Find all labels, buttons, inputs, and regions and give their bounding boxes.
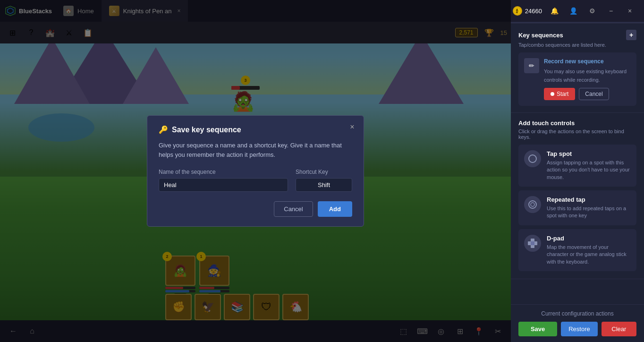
coin-display: ₿ 24660 <box>513 6 542 16</box>
key-sequences-description: Tap/combo sequences are listed here. <box>518 42 636 48</box>
dialog-overlay: × 🔑 Save key sequence Give your sequence… <box>0 0 511 342</box>
name-field-group: Name of the sequence <box>159 169 288 192</box>
right-panel: Advanced game controls × Key sequences +… <box>511 0 644 342</box>
dialog-close-button[interactable]: × <box>347 121 358 133</box>
save-key-sequence-dialog: × 🔑 Save key sequence Give your sequence… <box>147 115 364 227</box>
start-label: Start <box>557 91 568 97</box>
svg-rect-10 <box>531 241 534 245</box>
record-sequence-card: ✏ Record new sequence You may also use e… <box>518 52 636 106</box>
dpad-info: D-pad Map the movement of your character… <box>547 235 631 265</box>
dialog-title-text: Save key sequence <box>172 126 241 134</box>
pencil-icon: ✏ <box>529 62 534 69</box>
dialog-title-area: 🔑 Save key sequence <box>159 125 352 134</box>
record-link-text[interactable]: Record new sequence <box>544 58 631 65</box>
shortcut-field-group: Shortcut Key <box>296 169 352 192</box>
dpad-svg <box>527 238 538 249</box>
profile-icon[interactable]: 👤 <box>567 4 580 17</box>
dialog-add-button[interactable]: Add <box>318 201 352 217</box>
panel-scroll-area[interactable]: Key sequences + Tap/combo sequences are … <box>511 23 644 304</box>
record-icon: ✏ <box>524 58 539 73</box>
dialog-description: Give your sequence a name and a shortcut… <box>159 141 352 159</box>
record-text-area: Record new sequence You may also use exi… <box>544 58 631 100</box>
coin-amount: 24660 <box>525 8 542 15</box>
tap-spot-description: Assign tapping on a spot with this actio… <box>547 159 631 181</box>
tap-spot-icon <box>524 150 541 167</box>
touch-controls-title: Add touch controls <box>518 120 636 127</box>
tap-spot-name: Tap spot <box>547 150 631 157</box>
record-actions: Start Cancel <box>544 88 631 100</box>
config-actions: Save Restore Clear <box>518 322 636 336</box>
touch-controls-description: Click or drag the actions on the screen … <box>518 128 636 140</box>
svg-point-5 <box>531 203 534 206</box>
repeated-tap-svg <box>528 200 537 209</box>
svg-point-4 <box>529 201 536 208</box>
dpad-icon <box>524 235 541 252</box>
tap-spot-info: Tap spot Assign tapping on a spot with t… <box>547 150 631 181</box>
touch-controls-section: Add touch controls Click or drag the act… <box>511 113 644 279</box>
tap-spot-card[interactable]: Tap spot Assign tapping on a spot with t… <box>518 145 636 187</box>
coin-icon: ₿ <box>513 6 522 16</box>
shortcut-field-label: Shortcut Key <box>296 169 352 175</box>
cancel-recording-button[interactable]: Cancel <box>579 88 609 100</box>
recording-dot-icon <box>551 92 554 96</box>
clear-config-button[interactable]: Clear <box>602 322 636 336</box>
repeated-tap-icon <box>524 196 541 213</box>
config-section: Current configuration actions Save Resto… <box>511 304 644 342</box>
dpad-name: D-pad <box>547 235 631 242</box>
dialog-actions: Cancel Add <box>159 201 352 217</box>
key-sequences-section: Key sequences + Tap/combo sequences are … <box>511 23 644 113</box>
key-sequences-title: Key sequences <box>518 32 563 39</box>
close-button[interactable]: × <box>623 4 636 17</box>
svg-point-3 <box>529 155 536 162</box>
settings-icon[interactable]: ⚙ <box>585 4 599 17</box>
repeated-tap-info: Repeated tap Use this to add repeated ta… <box>547 196 631 220</box>
config-title: Current configuration actions <box>518 310 636 317</box>
key-sequences-title-row: Key sequences + <box>518 30 636 40</box>
repeated-tap-description: Use this to add repeated taps on a spot … <box>547 205 631 220</box>
dialog-title-icon: 🔑 <box>159 125 168 134</box>
save-config-button[interactable]: Save <box>518 322 557 336</box>
shortcut-key-input[interactable] <box>296 178 352 192</box>
restore-config-button[interactable]: Restore <box>561 322 598 336</box>
dpad-description: Map the movement of your character or th… <box>547 244 631 265</box>
name-field-label: Name of the sequence <box>159 169 288 175</box>
add-sequence-button[interactable]: + <box>626 30 636 40</box>
repeated-tap-card[interactable]: Repeated tap Use this to add repeated ta… <box>518 190 636 225</box>
minimize-button[interactable]: − <box>604 4 618 17</box>
notification-icon[interactable]: 🔔 <box>548 4 561 17</box>
start-recording-button[interactable]: Start <box>544 88 575 100</box>
titlebar-right: ₿ 24660 🔔 👤 ⚙ − × <box>513 4 644 17</box>
tap-spot-svg <box>528 154 537 163</box>
record-detail-text: You may also use existing keyboard contr… <box>544 68 627 83</box>
dialog-cancel-button[interactable]: Cancel <box>274 201 313 217</box>
repeated-tap-name: Repeated tap <box>547 196 631 203</box>
dialog-fields: Name of the sequence Shortcut Key <box>159 169 352 192</box>
sequence-name-input[interactable] <box>159 178 288 192</box>
dpad-card[interactable]: D-pad Map the movement of your character… <box>518 229 636 271</box>
